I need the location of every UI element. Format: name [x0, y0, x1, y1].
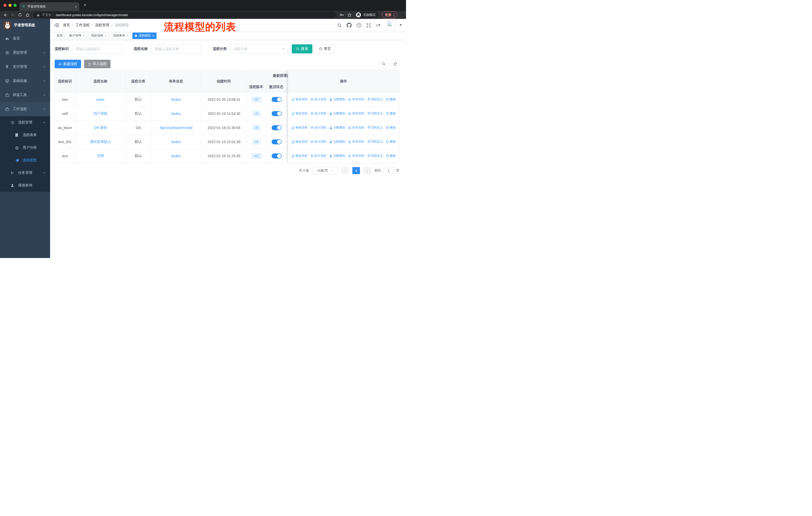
active-toggle[interactable] — [271, 154, 282, 159]
form-link[interactable]: biubiu — [171, 140, 181, 144]
process-definition-link[interactable]: 流程定义 — [367, 111, 383, 116]
prev-page-button[interactable]: ‹ — [341, 167, 349, 174]
assign-rule-link[interactable]: 分配规则 — [329, 111, 345, 116]
avatar-caret-icon[interactable] — [400, 24, 402, 26]
design-process-link[interactable]: 设计流程 — [310, 111, 326, 116]
version-tag[interactable]: v17 — [252, 97, 261, 102]
edit-process-link[interactable]: 修改流程 — [291, 111, 308, 116]
sidebar-item-task-management[interactable]: 任务管理 — [0, 166, 50, 179]
reload-icon[interactable] — [18, 13, 22, 17]
import-process-button[interactable]: 导入流程 — [84, 60, 111, 68]
form-link[interactable]: /bpm/oa/leave/create — [160, 126, 193, 130]
tag-close-icon[interactable]: × — [105, 34, 107, 37]
sidebar-item-leave-query[interactable]: 请假查询 — [0, 179, 50, 192]
tag-my-process[interactable]: 我的流程× — [89, 32, 109, 39]
process-definition-link[interactable]: 流程定义 — [367, 140, 383, 144]
minimize-window-button[interactable] — [8, 4, 11, 7]
process-key-input[interactable] — [72, 44, 123, 53]
bookmark-star-icon[interactable] — [347, 13, 352, 17]
table-refresh-icon[interactable] — [391, 60, 400, 68]
back-icon[interactable] — [3, 13, 7, 17]
category-select[interactable]: 流程分类 — [230, 44, 288, 53]
tag-close-icon[interactable]: × — [152, 34, 154, 37]
edit-process-link[interactable]: 修改流程 — [291, 140, 308, 144]
key-icon[interactable] — [340, 12, 344, 17]
publish-process-link[interactable]: 发布流程 — [348, 140, 364, 144]
page-size-select[interactable]: 10条/页 — [313, 167, 338, 174]
sidebar-item-user-group[interactable]: 用户分组 — [0, 141, 50, 154]
forward-icon[interactable] — [10, 13, 15, 17]
publish-process-link[interactable]: 发布流程 — [348, 111, 364, 116]
publish-process-link[interactable]: 发布流程 — [348, 154, 364, 158]
font-size-icon[interactable]: TT — [376, 23, 381, 27]
search-button[interactable]: 搜索 — [292, 44, 312, 53]
page-1-button[interactable]: 1 — [352, 167, 360, 174]
assign-rule-link[interactable]: 分配规则 — [329, 140, 345, 144]
version-tag[interactable]: v21 — [252, 153, 261, 159]
process-name-link[interactable]: 自己审批 — [93, 111, 108, 116]
form-link[interactable]: biubiu — [171, 98, 181, 102]
sidebar-item-dev-tools[interactable]: 研发工具 — [0, 88, 50, 102]
avatar[interactable] — [386, 20, 396, 30]
version-tag[interactable]: v2 — [253, 111, 261, 116]
breadcrumb-workflow[interactable]: 工作流程 — [76, 23, 90, 27]
tag-process-model[interactable]: 流程模型× — [133, 32, 156, 39]
design-process-link[interactable]: 设计流程 — [310, 97, 326, 102]
version-tag[interactable]: v4 — [253, 139, 261, 145]
tag-tenant[interactable]: 租户管理× — [67, 32, 87, 39]
tag-close-icon[interactable]: × — [83, 34, 85, 37]
breadcrumb-home[interactable]: 首页 — [63, 23, 70, 27]
home-icon[interactable] — [25, 13, 30, 17]
github-icon[interactable] — [347, 23, 352, 28]
sidebar-item-process-model[interactable]: 流程模型 — [0, 154, 50, 166]
design-process-link[interactable]: 设计流程 — [310, 154, 326, 158]
delete-link[interactable]: 删除 — [386, 154, 396, 158]
sidebar-item-workflow[interactable]: 工作流程 — [0, 102, 50, 116]
sidebar-item-process-management[interactable]: 流程管理 — [0, 116, 50, 129]
search-icon[interactable] — [337, 23, 342, 28]
table-search-toggle-icon[interactable] — [379, 60, 388, 68]
design-process-link[interactable]: 设计流程 — [310, 126, 326, 130]
window-controls[interactable] — [3, 4, 17, 7]
version-tag[interactable]: v5 — [253, 125, 261, 131]
tag-close-icon[interactable]: × — [126, 34, 128, 37]
active-toggle[interactable] — [271, 125, 282, 130]
browser-menu-icon[interactable] — [394, 13, 395, 17]
active-toggle[interactable] — [271, 97, 282, 102]
publish-process-link[interactable]: 发布流程 — [348, 126, 364, 130]
tag-process-form[interactable]: 流程表单× — [111, 32, 131, 39]
edit-process-link[interactable]: 修改流程 — [291, 126, 308, 130]
process-name-input[interactable] — [151, 44, 202, 53]
app-logo[interactable]: 芋道管理系统 — [0, 19, 50, 31]
delete-link[interactable]: 删除 — [386, 111, 396, 116]
assign-rule-link[interactable]: 分配规则 — [329, 154, 345, 158]
tag-home[interactable]: 首页 — [54, 32, 65, 39]
process-name-link[interactable]: eeee — [96, 98, 104, 102]
address-bar[interactable]: 不安全 dashboard.yudao.iocoder.cn/bpm/manag… — [33, 11, 336, 18]
assign-rule-link[interactable]: 分配规则 — [329, 126, 345, 130]
sidebar-collapse-icon[interactable] — [54, 23, 59, 28]
fullscreen-icon[interactable] — [366, 23, 371, 28]
delete-link[interactable]: 删除 — [386, 140, 396, 144]
delete-link[interactable]: 删除 — [386, 126, 396, 130]
sidebar-item-process-form[interactable]: 流程表单 — [0, 129, 50, 141]
new-tab-button[interactable]: + — [84, 2, 86, 8]
process-definition-link[interactable]: 流程定义 — [367, 97, 383, 102]
url-text[interactable]: dashboard.yudao.iocoder.cn/bpm/manager/m… — [56, 13, 128, 17]
form-link[interactable]: biubiu — [171, 112, 181, 116]
process-name-link[interactable]: 测试多审批人 — [90, 140, 111, 144]
tab-close-icon[interactable]: × — [75, 5, 77, 8]
create-process-button[interactable]: 新建流程 — [55, 60, 81, 68]
process-name-link[interactable]: OA 请假 — [94, 126, 107, 130]
publish-process-link[interactable]: 发布流程 — [348, 97, 364, 102]
process-definition-link[interactable]: 流程定义 — [367, 126, 383, 130]
active-toggle[interactable] — [271, 139, 282, 144]
sidebar-item-system[interactable]: 系统管理 — [0, 46, 50, 60]
sidebar-item-home[interactable]: 首页 — [0, 31, 50, 46]
update-button[interactable]: 更新 — [382, 11, 398, 19]
assign-rule-link[interactable]: 分配规则 — [329, 97, 345, 102]
process-name-link[interactable]: 滔博 — [97, 154, 104, 158]
next-page-button[interactable]: › — [364, 167, 371, 174]
reset-button[interactable]: 重置 — [315, 44, 335, 53]
sidebar-item-infrastructure[interactable]: 基础设施 — [0, 74, 50, 88]
